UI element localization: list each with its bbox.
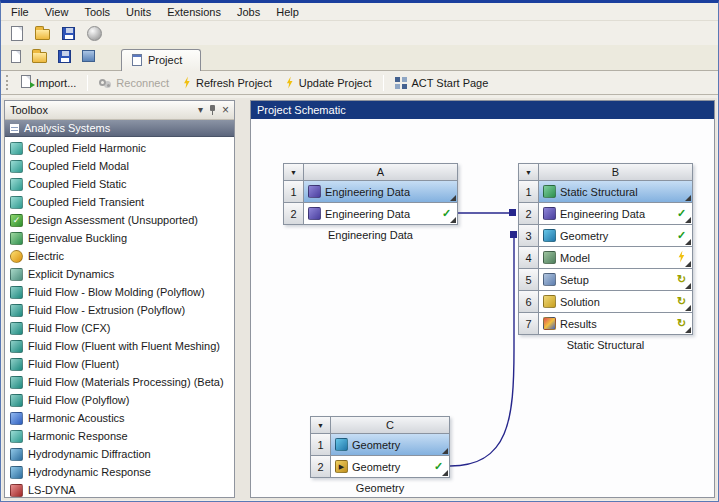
save-button[interactable] — [56, 48, 73, 65]
panel-splitter[interactable] — [235, 98, 250, 500]
row-label: Engineering Data — [325, 186, 436, 198]
engineering-data-icon — [543, 207, 556, 220]
harmonic-response-icon — [10, 430, 23, 443]
tab-strip-icons — [1, 47, 105, 70]
cell-setup[interactable]: Setup↻ — [539, 269, 693, 291]
toolbox-item-hydrodynamic-response[interactable]: Hydrodynamic Response — [5, 463, 234, 481]
system-caption[interactable]: Static Structural — [518, 339, 693, 351]
cell-geometry[interactable]: ▶Geometry✓ — [331, 456, 450, 478]
system-caption[interactable]: Geometry — [310, 482, 450, 494]
cell-engineering-data[interactable]: Engineering Data✓ — [539, 203, 693, 225]
connection-anchor — [510, 231, 517, 238]
geometry-icon — [543, 229, 556, 242]
chevron-down-icon: ▼ — [290, 169, 297, 176]
coupled-field-harmonic-icon — [10, 142, 23, 155]
system-menu-button[interactable]: ▼ — [311, 417, 331, 434]
menu-extensions[interactable]: Extensions — [159, 4, 229, 20]
act-start-page-button[interactable]: ACT Start Page — [388, 75, 496, 91]
menu-view[interactable]: View — [37, 4, 77, 20]
toolbox-item-label: Electric — [28, 250, 64, 262]
toolbar-separator — [383, 75, 384, 91]
toolbox-item-fluid-flow-cfx[interactable]: Fluid Flow (CFX) — [5, 319, 234, 337]
row-number: 2 — [519, 203, 539, 225]
row-label: Solution — [560, 296, 671, 308]
fluid-flow-polyflow-icon — [10, 394, 23, 407]
ansys-workbench-window: File View Tools Units Extensions Jobs He… — [0, 0, 719, 502]
cell-engineering-data[interactable]: Engineering Data✓ — [304, 203, 458, 225]
coupled-field-transient-icon — [10, 196, 23, 209]
fluid-flow-blow-molding-polyflow-icon — [10, 286, 23, 299]
row-number: 6 — [519, 291, 539, 313]
toolbox-item-hydrodynamic-diffraction[interactable]: Hydrodynamic Diffraction — [5, 445, 234, 463]
import-button[interactable]: Import... — [14, 73, 83, 92]
cell-static-structural[interactable]: Static Structural — [539, 181, 693, 203]
menu-help[interactable]: Help — [268, 4, 307, 20]
toolbox-item-coupled-field-transient[interactable]: Coupled Field Transient — [5, 193, 234, 211]
fluid-flow-materials-processing-beta-icon — [10, 376, 23, 389]
toolbox-item-ls-dyna[interactable]: LS-DYNA — [5, 481, 234, 497]
tab-project[interactable]: Project — [121, 49, 201, 71]
toolbox-item-fluid-flow-materials-processing-beta[interactable]: Fluid Flow (Materials Processing) (Beta) — [5, 373, 234, 391]
fluid-flow-fluent-with-fluent-meshing-icon — [10, 340, 23, 353]
compress-button[interactable] — [85, 24, 104, 43]
row-number: 4 — [519, 247, 539, 269]
toolbox-item-fluid-flow-blow-molding-polyflow[interactable]: Fluid Flow - Blow Molding (Polyflow) — [5, 283, 234, 301]
cell-geometry[interactable]: Geometry — [331, 434, 450, 456]
cell-geometry[interactable]: Geometry✓ — [539, 225, 693, 247]
menu-units[interactable]: Units — [118, 4, 159, 20]
system-caption[interactable]: Engineering Data — [283, 229, 458, 241]
toolbox-item-label: LS-DYNA — [28, 484, 76, 496]
refresh-project-icon — [183, 77, 191, 89]
toolbar-grip[interactable] — [6, 75, 9, 90]
open-project-button[interactable] — [33, 24, 52, 42]
toolbox-item-coupled-field-harmonic[interactable]: Coupled Field Harmonic — [5, 139, 234, 157]
geometry-modeler-icon: ▶ — [335, 460, 348, 473]
toolbox-item-electric[interactable]: Electric — [5, 247, 234, 265]
project-schematic-panel: Project Schematic ▼A1Engineering Data2En… — [250, 100, 715, 498]
dropdown-icon[interactable]: ▾ — [198, 105, 203, 115]
reconnect-button[interactable]: Reconnect — [92, 75, 176, 91]
update-project-icon — [286, 77, 294, 89]
analysis-systems-header[interactable]: Analysis Systems — [5, 120, 234, 137]
system-menu-button[interactable]: ▼ — [519, 164, 539, 181]
pin-icon[interactable] — [208, 104, 217, 116]
toolbox-item-explicit-dynamics[interactable]: Explicit Dynamics — [5, 265, 234, 283]
toolbox-item-design-assessment-unsupported[interactable]: ✓Design Assessment (Unsupported) — [5, 211, 234, 229]
row-label: Setup — [560, 274, 671, 286]
menu-jobs[interactable]: Jobs — [229, 4, 268, 20]
tab-strip: Project — [1, 45, 718, 71]
save-project-icon — [62, 27, 75, 40]
menu-tools[interactable]: Tools — [76, 4, 118, 20]
toolbox-item-harmonic-response[interactable]: Harmonic Response — [5, 427, 234, 445]
toolbox-item-fluid-flow-extrusion-polyflow[interactable]: Fluid Flow - Extrusion (Polyflow) — [5, 301, 234, 319]
toolbox-item-fluid-flow-polyflow[interactable]: Fluid Flow (Polyflow) — [5, 391, 234, 409]
toolbox-item-label: Coupled Field Static — [28, 178, 126, 190]
cell-solution[interactable]: Solution↻ — [539, 291, 693, 313]
toolbox-item-coupled-field-modal[interactable]: Coupled Field Modal — [5, 157, 234, 175]
cell-corner — [685, 327, 691, 333]
schematic-canvas[interactable]: ▼A1Engineering Data2Engineering Data✓Eng… — [251, 119, 714, 497]
toolbox-item-harmonic-acoustics[interactable]: Harmonic Acoustics — [5, 409, 234, 427]
save-project-button[interactable] — [60, 25, 77, 42]
toolbox-item-fluid-flow-fluent[interactable]: Fluid Flow (Fluent) — [5, 355, 234, 373]
refresh-project-button[interactable]: Refresh Project — [176, 75, 279, 91]
snapshot-button[interactable] — [80, 48, 97, 64]
system-b: ▼B1Static Structural2Engineering Data✓3G… — [518, 163, 693, 335]
toolbox-item-label: Coupled Field Transient — [28, 196, 144, 208]
toolbox-item-coupled-field-static[interactable]: Coupled Field Static — [5, 175, 234, 193]
cell-corner — [685, 261, 691, 267]
menu-file[interactable]: File — [3, 4, 37, 20]
new-project-button[interactable] — [9, 24, 25, 43]
new-button[interactable] — [9, 48, 23, 65]
row-label: Results — [560, 318, 671, 330]
toolbox-item-eigenvalue-buckling[interactable]: Eigenvalue Buckling — [5, 229, 234, 247]
open-button[interactable] — [30, 47, 49, 65]
close-icon[interactable]: × — [222, 105, 229, 115]
update-project-button[interactable]: Update Project — [279, 75, 379, 91]
cell-results[interactable]: Results↻ — [539, 313, 693, 335]
system-menu-button[interactable]: ▼ — [284, 164, 304, 181]
cell-model[interactable]: Model — [539, 247, 693, 269]
toolbox-panel: Toolbox ▾ × Analysis Systems Coupled Fie… — [4, 100, 235, 498]
cell-engineering-data[interactable]: Engineering Data — [304, 181, 458, 203]
toolbox-item-fluid-flow-fluent-with-fluent-meshing[interactable]: Fluid Flow (Fluent with Fluent Meshing) — [5, 337, 234, 355]
